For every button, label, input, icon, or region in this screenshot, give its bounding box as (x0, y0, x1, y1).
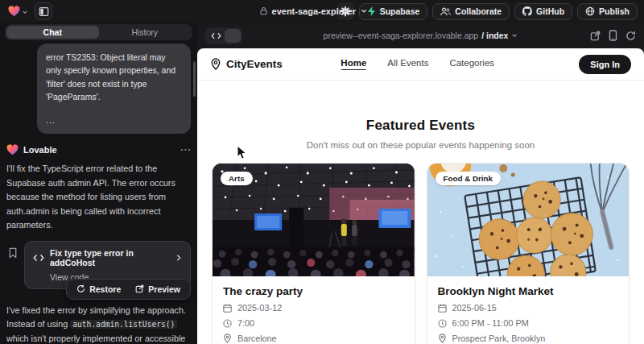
user-message-ellipsis: ... (46, 114, 182, 126)
toggle-sidebar-button[interactable] (35, 2, 52, 20)
publish-button[interactable]: Publish (577, 3, 638, 20)
restore-preview-overlay: Restore Preview (66, 279, 191, 300)
top-bar: event-saga-explorer Supabase Collaborate… (0, 0, 644, 23)
supabase-icon (367, 6, 376, 16)
user-message-text: error TS2353: Object literal may only sp… (46, 52, 175, 102)
sidebar-scrollbar[interactable] (193, 61, 196, 97)
restore-label: Restore (89, 284, 121, 294)
lovable-heart-icon (8, 6, 20, 17)
site-nav: Home All Events Categories (341, 58, 494, 70)
rendered-site: CityEvents Home All Events Categories Si… (197, 48, 644, 344)
map-pin-icon (438, 334, 447, 343)
clock-icon (223, 319, 232, 328)
toggle-knob (225, 29, 241, 43)
chevron-down-icon (22, 4, 28, 19)
chevron-down-icon (511, 31, 518, 40)
preview-button[interactable]: Preview (129, 282, 187, 296)
event-location-row: Barcelone (223, 334, 404, 343)
chevron-right-icon (175, 254, 182, 262)
code-icon (207, 29, 225, 43)
assistant-paragraph-1: I'll fix the TypeScript error related to… (6, 162, 191, 232)
assistant-header: Lovable (6, 144, 191, 155)
inline-code-listusers: auth.admin.listUsers() (70, 320, 177, 329)
open-in-new-tab-icon[interactable] (590, 31, 601, 41)
more-menu-icon[interactable] (180, 148, 191, 151)
site-header: CityEvents Home All Events Categories Si… (197, 48, 644, 81)
event-location: Barcelone (237, 334, 277, 343)
tab-chat[interactable]: Chat (6, 26, 99, 39)
github-button[interactable]: GitHub (514, 3, 572, 20)
event-date: 2025-06-15 (452, 303, 497, 313)
event-time-row: 7:00 (223, 318, 404, 328)
assistant-paragraph-2: I've fixed the error by simplifying the … (6, 304, 191, 344)
event-cards: Arts The crazy party 2025-03-12 7:00 (197, 163, 644, 344)
code-view-toggle[interactable] (205, 27, 242, 44)
section-title: Featured Events (197, 118, 644, 134)
category-badge: Food & Drink (436, 172, 502, 185)
supabase-label: Supabase (380, 6, 420, 16)
category-badge: Arts (221, 172, 253, 185)
event-image-conference: Arts (213, 164, 415, 276)
code-fix-row: Fix type type error in addCoHost View co… (8, 241, 191, 289)
github-label: GitHub (536, 6, 564, 16)
preview-url-bar[interactable]: preview--event-saga-explorer.lovable.app… (324, 31, 518, 40)
event-location: Prospect Park, Brooklyn (452, 334, 546, 343)
lovable-heart-icon (6, 144, 19, 155)
restore-button[interactable]: Restore (70, 282, 127, 296)
people-icon (440, 7, 451, 16)
url-host: preview--event-saga-explorer.lovable.app (324, 31, 479, 40)
refresh-icon[interactable] (625, 31, 636, 41)
nav-home[interactable]: Home (341, 58, 366, 70)
map-pin-icon (210, 58, 221, 70)
app-window: event-saga-explorer Supabase Collaborate… (0, 0, 644, 344)
event-card-crazy-party[interactable]: Arts The crazy party 2025-03-12 7:00 (212, 163, 415, 344)
calendar-icon (438, 304, 447, 313)
chat-sidebar: Chat History error TS2353: Object litera… (0, 23, 197, 344)
code-icon (33, 254, 44, 262)
event-date-row: 2025-03-12 (223, 303, 404, 313)
paragraph2-text: which isn't properly implemented or acce… (6, 334, 185, 344)
globe-icon (585, 6, 595, 16)
mobile-view-icon[interactable] (609, 30, 617, 41)
event-time: 7:00 (237, 318, 254, 328)
event-title: The crazy party (223, 285, 404, 297)
featured-section: Featured Events Don't miss out on these … (197, 81, 644, 150)
event-time-row: 6:00 PM - 11:00 PM (438, 318, 619, 328)
event-date-row: 2025-06-15 (438, 303, 619, 313)
lock-icon (260, 6, 268, 17)
preview-label: Preview (148, 284, 180, 294)
section-subtitle: Don't miss out on these popular events h… (197, 140, 644, 150)
bookmark-icon[interactable] (8, 247, 18, 259)
project-switcher[interactable]: event-saga-explorer (260, 0, 368, 23)
fix-card-title: Fix type type error in addCoHost (50, 248, 170, 267)
url-path: / index (481, 31, 508, 40)
supabase-button[interactable]: Supabase (359, 3, 428, 20)
assistant-name: Lovable (23, 145, 175, 155)
chevron-down-icon (360, 6, 367, 16)
event-location-row: Prospect Park, Brooklyn (438, 334, 619, 343)
lovable-logo-menu[interactable] (6, 2, 30, 20)
event-time: 6:00 PM - 11:00 PM (452, 318, 529, 328)
brand-name: CityEvents (226, 58, 283, 70)
tab-history[interactable]: History (99, 26, 192, 39)
calendar-icon (223, 304, 232, 313)
nav-categories[interactable]: Categories (449, 58, 494, 70)
user-message-bubble: error TS2353: Object literal may only sp… (37, 44, 191, 134)
github-icon (522, 6, 532, 16)
collaborate-button[interactable]: Collaborate (432, 3, 510, 20)
external-link-icon (135, 284, 144, 293)
clock-icon (438, 319, 447, 328)
map-pin-icon (223, 334, 232, 343)
event-title: Brooklyn Night Market (438, 285, 619, 297)
event-card-night-market[interactable]: Food & Drink Brooklyn Night Market 2025-… (427, 163, 630, 344)
preview-panel: preview--event-saga-explorer.lovable.app… (197, 23, 644, 344)
event-image-cookies: Food & Drink (427, 164, 630, 276)
nav-all-events[interactable]: All Events (387, 58, 428, 70)
preview-toolbar: preview--event-saga-explorer.lovable.app… (197, 23, 644, 48)
event-date: 2025-03-12 (237, 303, 282, 313)
collaborate-label: Collaborate (455, 6, 502, 16)
sign-in-button[interactable]: Sign In (579, 55, 631, 74)
restore-icon (76, 284, 85, 293)
site-brand[interactable]: CityEvents (210, 58, 283, 70)
project-name: event-saga-explorer (272, 6, 357, 16)
